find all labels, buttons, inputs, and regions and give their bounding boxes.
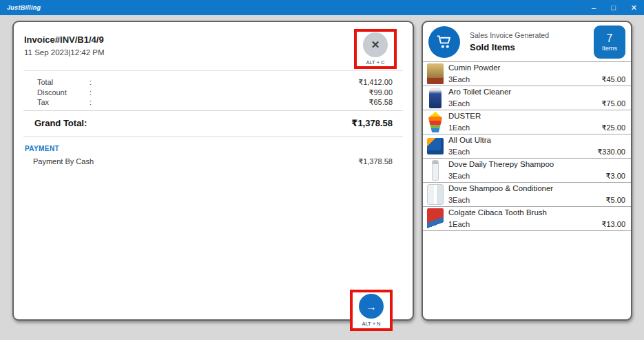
close-invoice-button[interactable]: ✕	[363, 32, 388, 57]
item-price: ₹45.00	[601, 75, 625, 84]
badge-label: Items	[602, 45, 617, 52]
grand-total-value: ₹1,378.58	[351, 118, 393, 128]
item-price: ₹25.00	[601, 123, 625, 132]
summary-label: Tax	[37, 97, 90, 108]
payment-section-heading: PAYMENT	[25, 145, 59, 152]
summary-value: ₹1,412.00	[358, 77, 393, 88]
item-qty: 1Each	[448, 220, 470, 229]
item-qty: 3Each	[448, 196, 470, 205]
payment-row: Payment By Cash ₹1,378.58	[33, 157, 393, 166]
close-icon: ✕	[371, 39, 380, 51]
close-window-icon[interactable]: ✕	[631, 0, 637, 15]
item-name: Aro Toilet Cleaner	[448, 88, 625, 97]
item-name: Colgate Cibaca Tooth Brush	[448, 208, 625, 217]
titlebar: JustBilling – □ ✕	[0, 0, 644, 15]
list-item: All Out Ultra 3Each ₹330.00	[423, 134, 631, 159]
list-item: Dove Daily Therepy Shampoo 3Each ₹3.00	[423, 159, 631, 183]
summary-value: ₹99.00	[368, 88, 393, 98]
product-thumbnail-toothbrush	[427, 208, 444, 229]
arrow-right-icon: →	[366, 301, 377, 312]
list-item: Aro Toilet Cleaner 3Each ₹75.00	[423, 86, 631, 110]
summary-colon: :	[90, 88, 96, 98]
window-controls: – □ ✕	[592, 0, 637, 15]
product-thumbnail-shampoo	[432, 160, 439, 181]
shopping-cart-icon	[428, 26, 460, 58]
items-count-badge: 7 Items	[594, 26, 625, 59]
item-price: ₹75.00	[601, 99, 625, 108]
product-thumbnail-all-out	[427, 138, 444, 154]
sold-items-titles: Sales Invoice Generated Sold Items	[470, 31, 549, 52]
item-qty: 3Each	[448, 75, 470, 84]
summary-label: Discount	[37, 88, 90, 98]
divider	[23, 137, 403, 137]
summary-label: Total	[37, 77, 90, 88]
item-price: ₹330.00	[597, 148, 625, 157]
invoice-number: Invoice#INV/B1/4/9	[24, 34, 105, 45]
summary-value: ₹65.58	[368, 97, 393, 108]
invoice-summary: Total : ₹1,412.00 Discount : ₹99.00 Tax …	[37, 77, 393, 108]
new-invoice-button[interactable]: →	[359, 294, 384, 319]
summary-colon: :	[90, 77, 96, 88]
item-price: ₹5.00	[606, 196, 625, 205]
summary-row-total: Total : ₹1,412.00	[37, 77, 393, 88]
list-item: DUSTER 1Each ₹25.00	[423, 110, 631, 134]
invoice-panel: Invoice#INV/B1/4/9 11 Sep 2023|12:42 PM …	[12, 21, 414, 321]
item-qty: 3Each	[448, 99, 470, 108]
summary-row-tax: Tax : ₹65.58	[37, 97, 393, 108]
maximize-icon[interactable]: □	[611, 0, 616, 15]
summary-row-discount: Discount : ₹99.00	[37, 88, 393, 98]
sold-items-header: Sales Invoice Generated Sold Items 7 Ite…	[423, 22, 631, 62]
item-qty: 3Each	[448, 148, 470, 157]
item-name: Dove Daily Therepy Shampoo	[448, 160, 625, 169]
summary-colon: :	[90, 97, 96, 108]
item-qty: 1Each	[448, 123, 470, 132]
close-invoice-annotation: ✕ ALT + C	[354, 29, 397, 69]
item-name: Dove Shampoo & Conditioner	[448, 184, 625, 193]
product-thumbnail-shampoo-conditioner	[427, 184, 444, 205]
app-logo: JustBilling	[7, 4, 41, 11]
product-thumbnail-cumin-powder	[427, 63, 444, 84]
sold-items-title: Sold Items	[470, 42, 549, 52]
grand-total-row: Grand Total: ₹1,378.58	[34, 118, 393, 128]
sold-items-panel: Sales Invoice Generated Sold Items 7 Ite…	[422, 21, 632, 321]
list-item: Dove Shampoo & Conditioner 3Each ₹5.00	[423, 183, 631, 207]
item-name: DUSTER	[448, 112, 625, 121]
status-text: Sales Invoice Generated	[470, 31, 549, 39]
invoice-datetime: 11 Sep 2023|12:42 PM	[24, 48, 105, 57]
divider	[23, 70, 403, 71]
item-name: All Out Ultra	[448, 136, 625, 145]
next-shortcut-label: ALT + N	[362, 321, 380, 327]
close-shortcut-label: ALT + C	[366, 59, 384, 66]
next-invoice-annotation: → ALT + N	[350, 290, 393, 331]
invoice-header: Invoice#INV/B1/4/9 11 Sep 2023|12:42 PM	[24, 34, 105, 57]
list-item: Cumin Powder 3Each ₹45.00	[423, 62, 631, 86]
item-price: ₹3.00	[606, 172, 625, 181]
minimize-icon[interactable]: –	[592, 0, 596, 15]
payment-amount: ₹1,378.58	[358, 157, 393, 166]
product-thumbnail-duster	[427, 112, 444, 132]
item-qty: 3Each	[448, 172, 470, 181]
divider	[23, 110, 403, 111]
item-price: ₹13.00	[601, 220, 625, 229]
item-name: Cumin Powder	[448, 63, 625, 72]
product-thumbnail-toilet-cleaner	[429, 88, 442, 108]
grand-total-label: Grand Total:	[34, 118, 87, 128]
badge-count: 7	[607, 32, 613, 45]
payment-method: Payment By Cash	[33, 157, 94, 166]
list-item: Colgate Cibaca Tooth Brush 1Each ₹13.00	[423, 207, 631, 231]
